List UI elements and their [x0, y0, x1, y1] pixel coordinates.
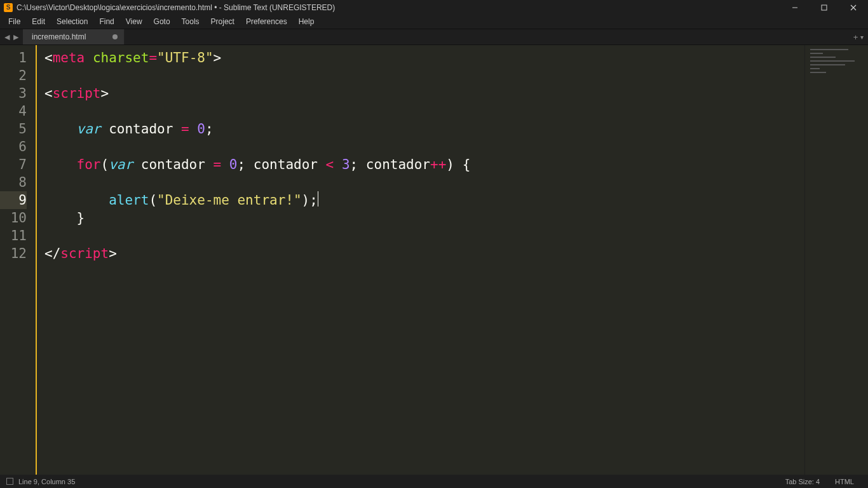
panel-toggle-icon[interactable]: [6, 478, 13, 485]
file-tab-label: incremento.html: [32, 32, 86, 41]
code-text-area[interactable]: <meta charset="UTF-8"> <script> var cont…: [36, 45, 804, 475]
menu-project[interactable]: Project: [205, 15, 240, 29]
line-number: 11: [0, 227, 27, 245]
tab-empty-area[interactable]: [125, 29, 849, 44]
menu-find[interactable]: Find: [93, 15, 119, 29]
syntax-label[interactable]: HTML: [827, 478, 862, 485]
menu-goto[interactable]: Goto: [148, 15, 176, 29]
title-bar: S C:\Users\Victor\Desktop\logica\exercic…: [0, 0, 868, 15]
line-number: 7: [0, 156, 27, 173]
code-line: [44, 227, 804, 245]
code-line: <meta charset="UTF-8">: [44, 49, 804, 67]
code-line: [44, 102, 804, 120]
new-tab-button[interactable]: + ▾: [849, 29, 868, 44]
menu-edit[interactable]: Edit: [26, 15, 51, 29]
nav-forward-icon[interactable]: ▶: [11, 33, 20, 41]
line-number: 10: [0, 209, 27, 227]
line-number: 12: [0, 245, 27, 262]
status-bar: Line 9, Column 35 Tab Size: 4 HTML: [0, 475, 868, 488]
code-line: for(var contador = 0; contador < 3; cont…: [44, 156, 804, 173]
line-number: 3: [0, 85, 27, 102]
line-number: 1: [0, 49, 27, 67]
menu-file[interactable]: File: [3, 15, 26, 29]
code-line: <script>: [44, 85, 804, 102]
code-line: }: [44, 209, 804, 227]
line-number: 2: [0, 67, 27, 85]
menu-tools[interactable]: Tools: [176, 15, 205, 29]
minimize-button[interactable]: [780, 0, 810, 15]
line-number: 8: [0, 173, 27, 191]
menu-preferences[interactable]: Preferences: [240, 15, 293, 29]
maximize-button[interactable]: [810, 0, 839, 15]
dirty-indicator-icon: [112, 34, 118, 39]
editor-area: 1 2 3 4 5 6 7 8 9 10 11 12 <meta charset…: [0, 45, 868, 475]
code-line: [44, 67, 804, 85]
text-cursor: [318, 191, 318, 207]
cursor-position-label[interactable]: Line 9, Column 35: [18, 478, 75, 485]
close-button[interactable]: [839, 0, 868, 15]
line-number: 4: [0, 102, 27, 120]
minimap[interactable]: [804, 45, 868, 475]
tab-row: ◀ ▶ incremento.html + ▾: [0, 29, 868, 45]
window-title: C:\Users\Victor\Desktop\logica\exercicio…: [17, 3, 780, 12]
code-line: [44, 138, 804, 156]
tab-size-label[interactable]: Tab Size: 4: [778, 478, 827, 485]
line-number-active: 9: [0, 191, 27, 209]
code-line: </script>: [44, 245, 804, 262]
svg-rect-1: [822, 5, 827, 10]
menu-view[interactable]: View: [120, 15, 148, 29]
code-line: [44, 173, 804, 191]
code-line-active: alert("Deixe-me entrar!");: [44, 191, 804, 209]
line-number-gutter[interactable]: 1 2 3 4 5 6 7 8 9 10 11 12: [0, 45, 36, 475]
line-number: 5: [0, 120, 27, 138]
app-icon: S: [4, 3, 13, 12]
menu-selection[interactable]: Selection: [51, 15, 93, 29]
menu-help[interactable]: Help: [293, 15, 320, 29]
code-line: var contador = 0;: [44, 120, 804, 138]
file-tab[interactable]: incremento.html: [23, 29, 125, 44]
line-number: 6: [0, 138, 27, 156]
menu-bar: File Edit Selection Find View Goto Tools…: [0, 15, 868, 29]
nav-back-icon[interactable]: ◀: [3, 33, 11, 41]
